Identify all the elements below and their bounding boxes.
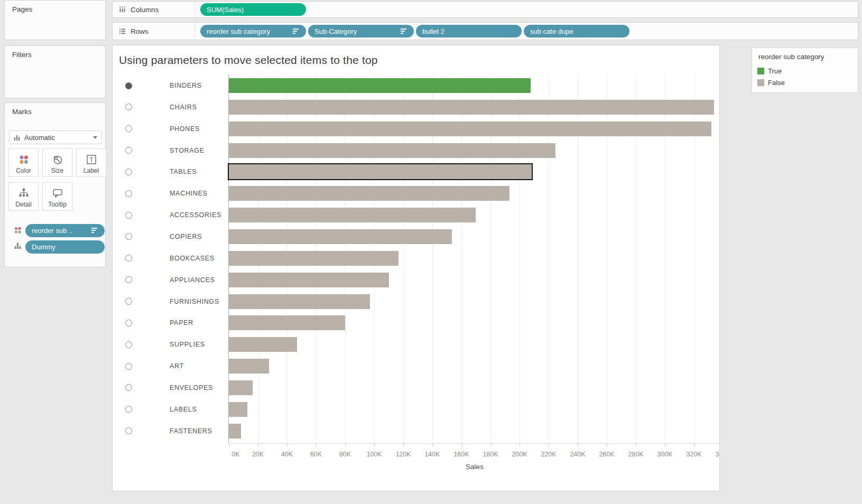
- pill-label: reorder sub category: [207, 27, 270, 35]
- shelf-pill-sub-cate-dupe[interactable]: sub cate dupe: [524, 25, 629, 38]
- radio-machines[interactable]: [125, 190, 132, 197]
- columns-shelf[interactable]: Columns SUM(Sales): [112, 1, 858, 18]
- size-button[interactable]: Size: [42, 148, 72, 177]
- pill-label: SUM(Sales): [207, 6, 244, 14]
- bar-fasteners[interactable]: [229, 424, 241, 438]
- bar-accessories[interactable]: [229, 208, 476, 222]
- detail-button[interactable]: Detail: [8, 182, 39, 211]
- marks-pill-reorder[interactable]: reorder sub ..: [25, 224, 105, 237]
- axis-tick-label: 200K: [512, 451, 527, 458]
- bar-bookcases[interactable]: [229, 251, 398, 266]
- radio-paper[interactable]: [125, 320, 132, 326]
- axis-tick-label: 80K: [339, 451, 351, 458]
- category-label-storage[interactable]: STORAGE: [170, 147, 205, 154]
- axis-tick-label: 0K: [231, 451, 239, 458]
- axis-tick-label: 320K: [686, 451, 701, 458]
- category-label-chairs[interactable]: CHAIRS: [170, 104, 197, 111]
- category-label-bookcases[interactable]: BOOKCASES: [170, 255, 215, 262]
- axis-tick: [607, 444, 607, 446]
- bar-machines[interactable]: [229, 186, 509, 201]
- radio-fasteners[interactable]: [125, 427, 132, 434]
- legend-item-true[interactable]: True: [757, 67, 782, 74]
- bar-storage[interactable]: [229, 143, 555, 158]
- radio-envelopes[interactable]: [125, 384, 132, 391]
- bar-tables[interactable]: [229, 164, 532, 179]
- category-label-tables[interactable]: TABLES: [170, 168, 197, 175]
- detail-button-label: Detail: [15, 201, 32, 208]
- legend-item-false[interactable]: False: [757, 79, 785, 86]
- size-button-label: Size: [51, 167, 63, 174]
- shelf-pill-sum-sales-[interactable]: SUM(Sales): [200, 3, 306, 16]
- axis-tick: [578, 444, 578, 446]
- shelf-pill-sub-category[interactable]: Sub-Category: [308, 25, 414, 38]
- pages-shelf[interactable]: Pages: [4, 0, 106, 40]
- category-label-machines[interactable]: MACHINES: [170, 190, 208, 197]
- category-label-fasteners[interactable]: FASTENERS: [170, 427, 212, 435]
- radio-chairs[interactable]: [125, 104, 132, 110]
- axis-tick-label: 140K: [424, 451, 440, 458]
- color-button-label: Color: [16, 167, 31, 174]
- bar-appliances[interactable]: [229, 273, 389, 287]
- category-label-art[interactable]: ART: [170, 362, 184, 370]
- sort-bars-icon: [293, 29, 300, 34]
- category-label-supplies[interactable]: SUPPLIES: [170, 341, 205, 348]
- category-label-copiers[interactable]: COPIERS: [170, 233, 202, 240]
- marks-card: Marks Automatic Color Size T Label Detai…: [4, 102, 106, 267]
- sort-bars-icon: [401, 29, 407, 34]
- category-label-furnishings[interactable]: FURNISHINGS: [170, 298, 219, 305]
- radio-supplies[interactable]: [125, 341, 132, 348]
- axis-tick: [432, 444, 433, 446]
- bar-labels[interactable]: [229, 402, 247, 417]
- bar-binders[interactable]: [229, 78, 531, 93]
- bar-art[interactable]: [229, 359, 269, 374]
- caret-down-icon[interactable]: [93, 136, 97, 139]
- shelf-pill-reorder-sub-category[interactable]: reorder sub category: [200, 25, 306, 38]
- axis-tick: [694, 444, 694, 446]
- bar-envelopes[interactable]: [229, 380, 253, 395]
- axis-tick-label: 120K: [395, 451, 411, 458]
- bar-supplies[interactable]: [229, 337, 297, 352]
- axis-tick: [258, 444, 258, 446]
- radio-copiers[interactable]: [125, 233, 132, 240]
- mark-type-dropdown[interactable]: Automatic: [9, 130, 102, 144]
- radio-appliances[interactable]: [125, 276, 132, 283]
- radio-storage[interactable]: [125, 147, 132, 154]
- bar-copiers[interactable]: [229, 229, 452, 244]
- radio-phones[interactable]: [125, 125, 132, 132]
- rows-shelf[interactable]: Rows reorder sub categorySub-Categorybul…: [112, 22, 858, 40]
- category-label-labels[interactable]: LABELS: [170, 406, 197, 413]
- pill-label: bullet 2: [422, 27, 444, 35]
- category-label-phones[interactable]: PHONES: [170, 125, 200, 133]
- bar-furnishings[interactable]: [229, 294, 370, 309]
- category-label-paper[interactable]: PAPER: [170, 319, 193, 326]
- color-dots-icon: [14, 226, 22, 235]
- category-label-accessories[interactable]: ACCESSORIES: [170, 211, 221, 219]
- tooltip-button[interactable]: Tooltip: [42, 182, 72, 211]
- category-label-envelopes[interactable]: ENVELOPES: [170, 384, 213, 391]
- marks-pill-dummy[interactable]: Dummy: [25, 240, 105, 254]
- x-axis-line: [228, 443, 720, 444]
- radio-art[interactable]: [125, 363, 132, 370]
- radio-binders[interactable]: [125, 82, 132, 89]
- radio-furnishings[interactable]: [125, 298, 132, 305]
- axis-tick-label: 100K: [366, 451, 382, 458]
- radio-tables[interactable]: [125, 169, 132, 175]
- marks-card-label: Marks: [12, 108, 32, 116]
- radio-accessories[interactable]: [125, 212, 132, 219]
- bar-chairs[interactable]: [229, 100, 714, 115]
- bar-phones[interactable]: [229, 122, 711, 136]
- sort-bars-icon: [91, 228, 98, 234]
- radio-bookcases[interactable]: [125, 255, 132, 262]
- filters-shelf[interactable]: Filters: [4, 45, 106, 98]
- axis-tick: [403, 444, 404, 446]
- bar-paper[interactable]: [229, 315, 345, 330]
- label-button[interactable]: T Label: [76, 148, 106, 177]
- axis-tick: [461, 444, 462, 446]
- category-label-appliances[interactable]: APPLIANCES: [170, 276, 215, 284]
- axis-tick-label: 20K: [252, 451, 264, 458]
- color-button[interactable]: Color: [8, 148, 39, 177]
- category-label-binders[interactable]: BINDERS: [170, 82, 201, 89]
- shelf-pill-bullet-2[interactable]: bullet 2: [416, 25, 522, 38]
- radio-labels[interactable]: [125, 406, 132, 413]
- axis-tick: [316, 444, 317, 446]
